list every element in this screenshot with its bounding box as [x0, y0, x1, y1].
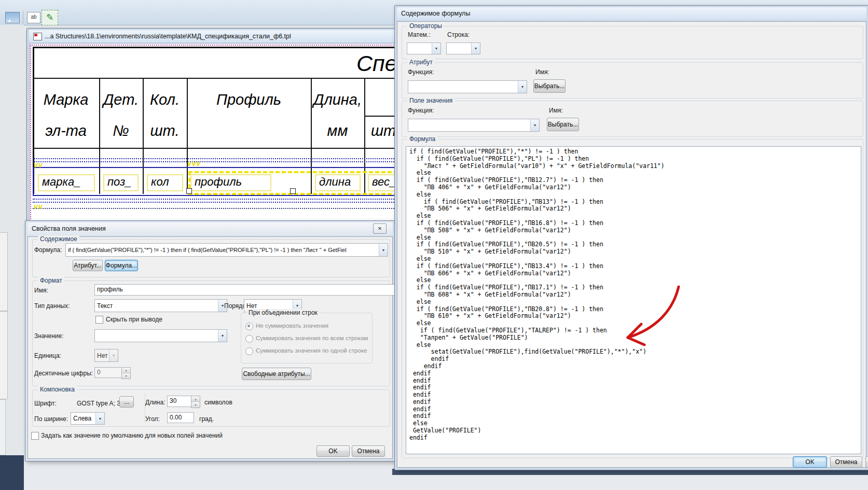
formula-combo[interactable]: if ( find(GetValue("PROFILE"),"*") != -1… — [65, 243, 388, 257]
chevron-down-icon[interactable]: ▾ — [379, 244, 388, 256]
valuefield-function-combo[interactable]: ▾ — [408, 119, 540, 132]
chevron-down-icon[interactable]: ▾ — [518, 81, 527, 93]
desktop: ▲ ab ✎ ...a Structures\18.1\environments… — [0, 0, 868, 490]
radio-sum-all-rows[interactable] — [245, 335, 253, 343]
radio-no-sum-label: Не суммировать значения — [256, 323, 328, 329]
properties-dialog-body: Содержимое Формула: if ( find(GetValue("… — [27, 236, 393, 459]
formula-ok-button[interactable]: OK — [793, 456, 827, 468]
spin-down-icon[interactable]: ▼ — [122, 373, 130, 379]
unit-combo[interactable]: Нет ▾ — [94, 349, 118, 362]
toolbar-separator — [23, 11, 23, 24]
header-col6-line2: шт — [371, 122, 396, 139]
math-operator-combo[interactable]: ▾ — [407, 43, 441, 54]
hide-on-output-checkbox[interactable] — [95, 316, 103, 324]
decimals-spinner[interactable]: ▲ ▼ — [121, 367, 131, 379]
group-format-label: Формат — [38, 277, 64, 284]
free-attributes-button[interactable]: Свободные атрибуты... — [242, 368, 311, 380]
chevron-down-icon[interactable]: ▾ — [530, 119, 539, 131]
datatype-combo[interactable]: Текст ▾ — [94, 299, 227, 312]
abc-icon-glyph: ab — [31, 14, 36, 20]
row-marker-vv-top: vv — [34, 161, 43, 169]
align-combo-value: Слева — [73, 413, 95, 424]
radio-sum-one-row[interactable] — [245, 347, 253, 355]
font-browse-button[interactable]: ... — [119, 396, 134, 408]
formula-combo-value: if ( find(GetValue("PROFILE"),"*") != -1… — [68, 244, 378, 256]
formula-dialog-title: Содержимое формулы — [401, 10, 470, 17]
string-operator-label: Строка: — [447, 31, 470, 38]
chevron-down-icon[interactable]: ▾ — [218, 330, 227, 342]
formula-code-area[interactable]: if ( find(GetValue("PROFILE"),"*") != -1… — [406, 146, 861, 454]
group-attribute-label: Атрибут — [407, 59, 435, 66]
pencil-icon-glyph: ✎ — [46, 12, 53, 22]
string-operator-combo[interactable]: ▾ — [446, 43, 480, 54]
selection-handle-right[interactable] — [290, 188, 296, 194]
value-combo[interactable]: ▾ — [94, 329, 227, 342]
group-formula-label: Формула — [407, 135, 437, 143]
row-marker-vv-bottom: vv — [34, 202, 43, 211]
formula-dialog-body: Операторы Матем.: Строка: ▾ ▾ Атрибут Фу… — [397, 21, 866, 468]
valuefield-kol[interactable]: кол — [147, 174, 183, 191]
group-merge-rows: При объединении строк Не суммировать зна… — [241, 313, 373, 363]
angle-label: Угол: — [145, 415, 160, 423]
value-label: Значение: — [34, 332, 64, 340]
image-icon[interactable]: ▲ — [5, 12, 20, 23]
valuefield-poz[interactable]: поз_ — [103, 174, 139, 191]
abc-text-icon[interactable]: ab — [27, 12, 40, 23]
page-boundary-left — [30, 45, 31, 231]
font-label: Шрифт: — [34, 400, 57, 407]
header-col1-line1: Марка — [33, 91, 99, 108]
decimals-label: Десятичные цифры: — [34, 370, 93, 377]
left-panel-fragment — [0, 399, 6, 455]
chevron-down-icon[interactable]: ▾ — [95, 413, 104, 424]
default-value-checkbox[interactable] — [31, 432, 39, 440]
name-input[interactable]: профиль — [94, 284, 413, 296]
properties-cancel-button[interactable]: Отмена — [352, 445, 385, 457]
formula-dialog-titlebar[interactable]: Содержимое формулы — [397, 7, 866, 20]
group-layout-label: Компоновка — [38, 386, 77, 393]
valuefield-function-value — [410, 119, 530, 131]
align-combo[interactable]: Слева ▾ — [71, 412, 105, 425]
taskbar-corner-block — [0, 455, 24, 490]
attribute-function-combo[interactable]: ▾ — [408, 80, 527, 93]
attribute-function-label: Функция: — [408, 68, 434, 76]
font-value: GOST type A; 3 — [77, 400, 120, 407]
header-col2-line2: № — [99, 122, 143, 139]
selection-handle-left[interactable] — [186, 188, 192, 194]
radio-sum-all-rows-label: Суммировать значения по всем строкам — [256, 335, 368, 341]
properties-ok-button[interactable]: OK — [316, 445, 350, 457]
attribute-select-button[interactable]: Выбрать... — [533, 79, 566, 93]
chevron-down-icon[interactable]: ▾ — [432, 43, 440, 54]
attribute-button[interactable]: Атрибут... — [73, 260, 103, 271]
radio-selected-dot — [247, 325, 250, 327]
properties-close-button[interactable]: ✕ — [373, 223, 387, 234]
header-col2-line1: Дет. — [99, 91, 143, 108]
angle-input[interactable]: 0.00 — [167, 412, 194, 423]
name-label: Имя: — [34, 287, 48, 294]
angle-unit-label: град. — [199, 415, 214, 423]
valuefield-poz-text: поз_ — [107, 175, 132, 189]
header-col4-line1: Профиль — [187, 91, 311, 108]
unit-label: Единица: — [34, 352, 61, 359]
spin-down-icon[interactable]: ▼ — [191, 401, 200, 408]
formula-code-text: if ( find(GetValue("PROFILE"),"*") != -1… — [409, 148, 665, 442]
attribute-name-label: Имя: — [535, 68, 549, 76]
valuefield-select-button[interactable]: Выбрать... — [547, 118, 579, 131]
unit-combo-value: Нет — [97, 349, 108, 361]
group-operators-label: Операторы — [407, 22, 444, 30]
chevron-down-icon: ▾ — [109, 349, 118, 361]
valuefield-kol-text: кол — [151, 175, 169, 189]
properties-dialog-titlebar[interactable]: Свойства поля значения — [27, 222, 393, 235]
chevron-down-icon[interactable]: ▾ — [471, 43, 480, 54]
length-label: Длина: — [145, 399, 165, 406]
radio-no-sum[interactable] — [245, 323, 253, 330]
valuefield-marka[interactable]: марка_ — [38, 174, 95, 191]
length-input[interactable]: 30 — [167, 396, 192, 407]
formula-apply-button[interactable]: Применить — [865, 456, 868, 468]
decimals-input[interactable]: 0 — [94, 367, 122, 378]
formula-cancel-button[interactable]: Отмена — [830, 456, 862, 468]
edit-pencil-icon[interactable]: ✎ — [42, 10, 58, 25]
formula-button[interactable]: Формула... — [105, 260, 138, 271]
length-spinner[interactable]: ▲ ▼ — [191, 396, 200, 408]
default-value-label: Задать как значение по умолчанию для нов… — [41, 432, 223, 439]
template-icon-mark — [34, 34, 37, 36]
